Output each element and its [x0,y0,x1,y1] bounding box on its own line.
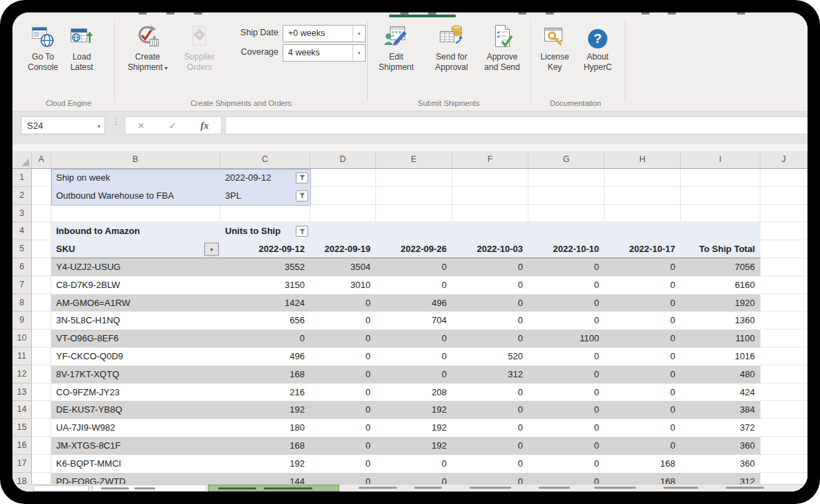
cell-G16[interactable]: 0 [528,437,605,455]
cell-J15[interactable] [760,419,808,437]
cell-G12[interactable]: 0 [528,366,605,384]
about-hyperc-button[interactable]: ? About HyperC [578,22,618,73]
cell-D10[interactable]: 0 [310,330,376,348]
cell-C8[interactable]: 1424 [220,294,310,312]
cell-B15[interactable]: UA-7JI9-W982 [51,419,220,437]
cell-A6[interactable] [32,258,51,276]
cell-H13[interactable]: 0 [605,384,681,402]
cell-E4[interactable] [376,222,452,240]
cell-C15[interactable]: 180 [220,419,310,437]
cell-A8[interactable] [32,294,51,312]
supplier-orders-button[interactable]: Supplier Orders [177,22,222,73]
cell-E9[interactable]: 704 [376,312,452,330]
name-box[interactable]: S24 ▾ [21,116,105,134]
cell-H4[interactable] [605,222,681,240]
cell-J9[interactable] [760,312,808,330]
cell-E7[interactable]: 0 [376,276,452,294]
cell-E11[interactable]: 0 [376,348,452,366]
column-header-E[interactable]: E [376,151,452,169]
cell-D2[interactable] [310,187,376,205]
cell-D8[interactable]: 0 [310,294,376,312]
cell-G6[interactable]: 0 [528,258,605,276]
cell-F4[interactable] [452,222,528,240]
cell-D4[interactable] [310,222,376,240]
cell-C7[interactable]: 3150 [220,276,310,294]
cell-H12[interactable]: 0 [605,366,681,384]
cell-F12[interactable]: 312 [452,366,528,384]
column-header-A[interactable]: A [32,151,51,169]
cell-B3[interactable] [51,205,220,223]
cell-A4[interactable] [32,222,51,240]
cell-D7[interactable]: 3010 [310,276,376,294]
cell-G2[interactable] [528,187,605,205]
row-header-4[interactable]: 4 [12,222,32,240]
row-header-16[interactable]: 16 [12,437,32,455]
cell-D3[interactable] [310,205,376,223]
goto-console-button[interactable]: Go To Console [22,22,64,73]
cell-G14[interactable]: 0 [528,401,605,419]
column-header-G[interactable]: G [528,151,605,169]
coverage-combobox[interactable]: 4 weeks ▾ [283,44,366,62]
filter-button-warehouse[interactable] [296,190,308,201]
cell-J6[interactable] [760,258,808,276]
cell-F11[interactable]: 520 [452,348,528,366]
cell-I16[interactable]: 360 [681,437,760,455]
cell-I6[interactable]: 7056 [681,258,760,276]
enter-icon[interactable]: ✓ [169,120,177,131]
cell-B1[interactable]: Ship on week [51,169,220,187]
cell-E13[interactable]: 208 [376,384,452,402]
cell-F2[interactable] [452,187,528,205]
column-header-J[interactable]: J [760,151,808,169]
create-shipment-button[interactable]: Create Shipment▾ [122,22,173,73]
cell-D16[interactable]: 0 [310,437,376,455]
cell-A14[interactable] [32,401,51,419]
cell-H9[interactable]: 0 [605,312,681,330]
cell-A13[interactable] [32,384,51,402]
cell-E6[interactable]: 0 [376,258,452,276]
cell-B8[interactable]: AM-GMO6=A1RW [51,294,220,312]
cell-C11[interactable]: 496 [220,348,310,366]
cell-F15[interactable]: 0 [452,419,528,437]
cell-F6[interactable]: 0 [452,258,528,276]
cell-C17[interactable]: 192 [220,455,310,473]
cell-E15[interactable]: 192 [376,419,452,437]
cell-B13[interactable]: CO-9FZM-JY23 [51,384,220,402]
column-header-I[interactable]: I [681,151,760,169]
sheet-nav-buttons[interactable] [33,485,89,492]
cell-F13[interactable]: 0 [452,384,528,402]
cell-C3[interactable] [220,205,310,223]
cell-A15[interactable] [32,419,51,437]
cell-G5[interactable]: 2022-10-10 [528,240,605,258]
row-header-9[interactable]: 9 [12,312,32,330]
cell-D6[interactable]: 3504 [310,258,376,276]
cell-H1[interactable] [605,169,681,187]
select-all-corner[interactable] [12,151,32,169]
cell-H17[interactable]: 168 [605,455,681,473]
row-header-6[interactable]: 6 [12,258,32,276]
cell-D17[interactable]: 0 [310,455,376,473]
row-header-14[interactable]: 14 [12,401,32,419]
cell-F8[interactable]: 0 [452,294,528,312]
cell-H3[interactable] [605,205,681,223]
cell-B10[interactable]: VT-O96G-8EF6 [51,330,220,348]
row-header-3[interactable]: 3 [12,205,32,223]
cell-F17[interactable]: 0 [452,455,528,473]
cell-F14[interactable]: 0 [452,401,528,419]
cell-C12[interactable]: 168 [220,366,310,384]
row-header-13[interactable]: 13 [12,384,32,402]
cell-J10[interactable] [760,330,808,348]
cell-F10[interactable]: 0 [452,330,528,348]
row-header-15[interactable]: 15 [12,419,32,437]
formula-input[interactable] [225,116,808,134]
cell-A3[interactable] [32,205,51,223]
cell-E5[interactable]: 2022-09-26 [376,240,452,258]
column-header-C[interactable]: C [220,151,310,169]
coverage-dropdown-icon[interactable]: ▾ [353,45,365,61]
cell-E2[interactable] [376,187,452,205]
cell-B2[interactable]: Outbound Warehouse to FBA [51,187,220,205]
cell-H8[interactable]: 0 [605,294,681,312]
edit-shipment-button[interactable]: Edit Shipment [373,22,420,73]
cell-D15[interactable]: 0 [310,419,376,437]
sku-column-dropdown-button[interactable]: ▾ [204,243,219,256]
cell-G11[interactable]: 0 [528,348,605,366]
